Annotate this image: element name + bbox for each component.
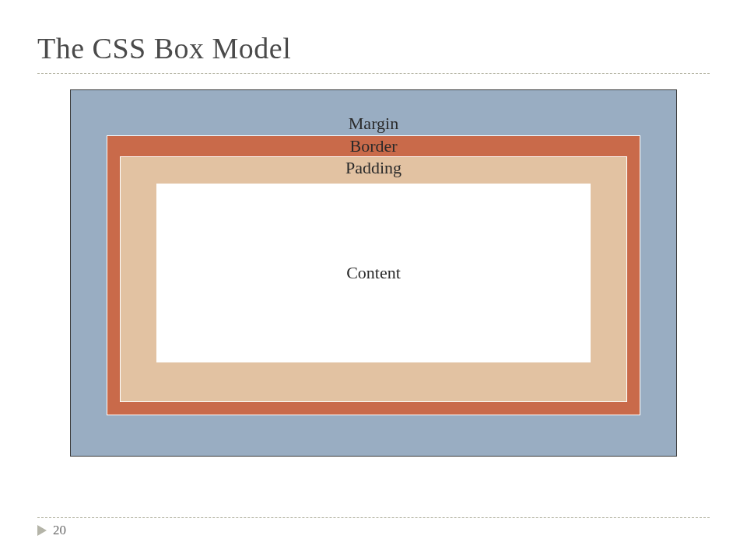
page-number-row: 20 <box>0 523 747 538</box>
slide-title: The CSS Box Model <box>0 0 747 73</box>
content-label: Content <box>346 263 401 283</box>
padding-region: Padding Content <box>120 156 627 402</box>
margin-label: Margin <box>107 114 640 134</box>
box-model-diagram: Margin Border Padding Content <box>70 89 677 457</box>
page-number: 20 <box>53 523 66 538</box>
arrow-right-icon <box>37 525 47 536</box>
slide-footer: 20 <box>0 517 747 538</box>
divider-bottom <box>37 517 710 518</box>
divider-top <box>37 73 710 74</box>
content-region: Content <box>156 184 591 362</box>
margin-region: Margin Border Padding Content <box>70 89 677 457</box>
padding-label: Padding <box>156 157 591 179</box>
border-region: Border Padding Content <box>107 135 640 415</box>
border-label: Border <box>120 136 627 156</box>
